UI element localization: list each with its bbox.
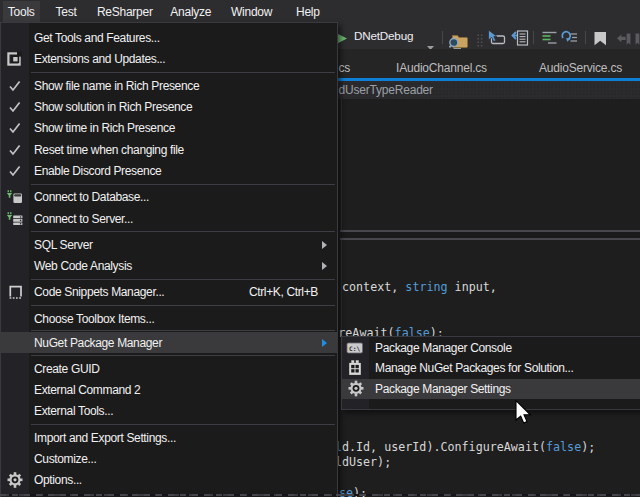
tools-menu-popup: Get Tools and Features...Extensions and … [0, 22, 338, 497]
editor-margin-line [341, 99, 342, 337]
menu-separator [31, 72, 335, 73]
menu-item-label: SQL Server [34, 238, 93, 252]
database-icon [6, 188, 24, 206]
submenu-item-label: Manage NuGet Packages for Solution... [375, 361, 574, 375]
menu-item-label: Connect to Server... [34, 212, 133, 226]
menu-item[interactable]: Enable Discord Presence [1, 160, 337, 181]
submenu-item[interactable]: Package Manager Settings [342, 379, 640, 399]
menubar-item-analyze[interactable]: Analyze [165, 1, 216, 22]
menu-item[interactable]: Choose Toolbox Items... [1, 308, 337, 329]
previous-bookmark-icon-disabled[interactable] [617, 32, 631, 50]
menu-item[interactable]: Get Tools and Features... [1, 28, 337, 49]
menu-item[interactable]: Show time in Rich Presence [1, 118, 337, 139]
menu-item[interactable]: Reset time when changing file [1, 139, 337, 160]
menu-item[interactable]: NuGet Package Manager [1, 332, 337, 353]
menu-item[interactable]: Options... [1, 470, 337, 491]
menu-item-label: External Command 2 [34, 383, 140, 397]
tab-iaudiochannel[interactable]: IAudioChannel.cs [396, 61, 487, 75]
menu-bar: ToolsTestReSharperAnalyzeWindowHelp [0, 0, 640, 23]
menu-item[interactable]: Connect to Database... [1, 187, 337, 208]
menu-item[interactable]: External Tools... [1, 401, 337, 422]
debug-config-label[interactable]: DNetDebug [354, 29, 413, 42]
gear-icon [346, 379, 365, 398]
menubar-item-test[interactable]: Test [51, 1, 82, 22]
bookmark-icon[interactable] [594, 32, 607, 50]
menu-item[interactable]: Create GUID [1, 358, 337, 379]
menu-item-label: Get Tools and Features... [34, 31, 160, 45]
svg-text:C:\: C:\ [349, 345, 360, 352]
menu-item-label: Extensions and Updates... [34, 52, 165, 66]
menu-item[interactable]: External Command 2 [1, 379, 337, 400]
server-icon [6, 210, 24, 228]
uncomment-lines-icon[interactable] [561, 30, 578, 49]
menu-item[interactable]: Import and Export Settings... [1, 427, 337, 448]
submenu-item-label: Package Manager Settings [375, 382, 511, 396]
menu-item-label: Create GUID [34, 362, 100, 376]
checkmark-icon [6, 119, 24, 137]
code-line-bottom1: ld.Id, userId).ConfigureAwait(false); [335, 439, 595, 455]
menu-item-label: Connect to Database... [34, 190, 149, 204]
menu-item[interactable]: Extensions and Updates... [1, 49, 337, 70]
menu-item-label: Show time in Rich Presence [34, 121, 175, 135]
checkmark-icon [6, 77, 24, 95]
menu-item-label: Reset time when changing file [34, 143, 184, 157]
submenu-item-label: Package Manager Console [375, 341, 512, 355]
editor-split-line [340, 230, 640, 232]
menu-separator [31, 184, 335, 185]
menubar-item-tools[interactable]: Tools [3, 1, 40, 22]
menubar-item-help[interactable]: Help [291, 1, 325, 22]
extensions-icon [6, 50, 24, 68]
menu-item-label: Enable Discord Presence [34, 164, 161, 178]
gear-icon [6, 471, 24, 489]
menu-item-label: Import and Export Settings... [34, 431, 176, 445]
menubar-item-window[interactable]: Window [226, 1, 277, 22]
menu-separator [31, 355, 335, 356]
toolbar-separator [585, 31, 586, 44]
menu-separator [31, 305, 335, 306]
submenu-item[interactable]: Manage NuGet Packages for Solution... [342, 358, 640, 378]
submenu-arrow-icon [322, 241, 327, 249]
navigate-cursor-icon[interactable] [487, 30, 506, 49]
nuget-submenu-popup: C:\Package Manager ConsoleManage NuGet P… [341, 336, 640, 410]
menu-item[interactable]: Show solution in Rich Presence [1, 96, 337, 117]
toolbar-separator [442, 31, 443, 44]
menu-item-label: Show file name in Rich Presence [34, 79, 199, 93]
menu-item-label: External Tools... [34, 404, 113, 418]
visual-studio-window: ToolsTestReSharperAnalyzeWindowHelp DNet… [0, 0, 640, 497]
menu-item[interactable]: Web Code Analysis [1, 255, 337, 276]
comment-lines-icon[interactable] [542, 31, 558, 49]
menu-item[interactable]: Connect to Server... [1, 208, 337, 229]
checkmark-icon [6, 98, 24, 116]
navbar-type-name[interactable]: dUserTypeReader [339, 83, 433, 97]
clipped-bottom-strip [0, 494, 640, 497]
menu-item[interactable]: Customize... [1, 448, 337, 469]
menu-item-label: Options... [34, 473, 82, 487]
menu-item-shortcut: Ctrl+K, Ctrl+B [249, 285, 318, 299]
submenu-item[interactable]: C:\Package Manager Console [342, 338, 640, 358]
tab-audioservice[interactable]: AudioService.cs [539, 61, 622, 75]
editor-split-line [340, 238, 640, 240]
menu-item-label: NuGet Package Manager [34, 336, 162, 350]
submenu-arrow-icon [322, 339, 327, 347]
console-icon: C:\ [346, 339, 365, 358]
mouse-cursor [515, 400, 533, 430]
toolbar-separator [533, 31, 534, 44]
menu-separator [31, 231, 335, 232]
next-bookmark-icon-disabled[interactable] [635, 32, 640, 50]
checkmark-icon [6, 162, 24, 180]
menu-item[interactable]: Code Snippets Manager...Ctrl+K, Ctrl+B [1, 282, 337, 303]
menu-separator [31, 279, 335, 280]
checkmark-icon [6, 141, 24, 159]
code-line-bottom2: ldUser); [335, 454, 391, 470]
menu-item-label: Choose Toolbox Items... [34, 312, 154, 326]
nuget-package-icon [346, 359, 365, 378]
menu-separator [31, 424, 335, 425]
menu-item-label: Show solution in Rich Presence [34, 100, 192, 114]
menu-item-label: Customize... [34, 452, 97, 466]
menu-item-label: Code Snippets Manager... [34, 285, 164, 299]
navigate-document-icon[interactable] [508, 30, 529, 50]
menu-item[interactable]: SQL Server [1, 234, 337, 255]
tab-partial[interactable]: cs [339, 61, 351, 75]
menubar-item-resharper[interactable]: ReSharper [92, 1, 158, 22]
menu-item[interactable]: Show file name in Rich Presence [1, 75, 337, 96]
